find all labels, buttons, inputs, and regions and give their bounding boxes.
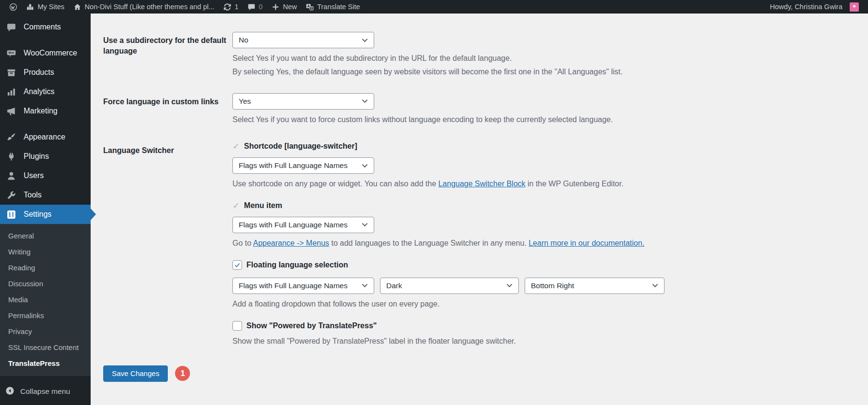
sidebar-item-appearance[interactable]: Appearance bbox=[0, 127, 91, 147]
menu-item-style-value: Flags with Full Language Names bbox=[239, 221, 348, 229]
floating-style-select[interactable]: Flags with Full Language Names bbox=[232, 278, 374, 294]
sidebar-item-analytics[interactable]: Analytics bbox=[0, 82, 91, 101]
submenu-label: Permalinks bbox=[8, 311, 44, 320]
admin-bar: My Sites Non-Divi Stuff (Like other them… bbox=[0, 0, 868, 14]
translatepress-settings-page: Use a subdirectory for the default langu… bbox=[91, 14, 868, 405]
annotation-badge-1: 1 bbox=[175, 366, 190, 381]
translate-site-menu[interactable]: Translate Site bbox=[301, 0, 365, 14]
sidebar-label: Settings bbox=[24, 210, 52, 219]
sidebar-item-woocommerce[interactable]: Woo WooCommerce bbox=[0, 43, 91, 63]
force-language-label: Force language in custom links bbox=[103, 93, 232, 125]
sidebar-label: Products bbox=[24, 68, 54, 77]
floating-color-select[interactable]: Dark bbox=[380, 278, 519, 294]
force-language-select[interactable]: Yes bbox=[232, 93, 374, 110]
subdirectory-select[interactable]: No bbox=[232, 32, 374, 48]
checkbox-check-icon bbox=[234, 262, 241, 268]
desc-text: to add languages to the Language Switche… bbox=[329, 239, 529, 247]
collapse-arrow-icon bbox=[5, 386, 20, 397]
sidebar-label: Tools bbox=[24, 191, 41, 199]
sidebar-item-users[interactable]: Users bbox=[0, 166, 91, 185]
submenu-label: Privacy bbox=[8, 327, 32, 335]
menu-item-title: Menu item bbox=[244, 201, 282, 210]
collapse-menu-button[interactable]: Collapse menu bbox=[0, 382, 91, 401]
shortcode-block: ✓ Shortcode [language-switcher] Flags wi… bbox=[232, 142, 854, 189]
sidebar-label: Comments bbox=[24, 23, 61, 31]
sidebar-item-tools[interactable]: Tools bbox=[0, 185, 91, 205]
site-name-menu[interactable]: Non-Divi Stuff (Like other themes and pl… bbox=[69, 0, 219, 14]
updates-count: 1 bbox=[235, 3, 239, 11]
powered-by-title: Show "Powered by TranslatePress" bbox=[246, 321, 377, 330]
settings-icon bbox=[6, 209, 16, 220]
documentation-link[interactable]: Learn more in our documentation. bbox=[529, 239, 644, 247]
translate-icon bbox=[306, 3, 314, 11]
updates-icon bbox=[223, 3, 231, 11]
submenu-item-permalinks[interactable]: Permalinks bbox=[0, 307, 91, 323]
submenu-label: SSL Insecure Content bbox=[8, 343, 79, 351]
sidebar-item-products[interactable]: Products bbox=[0, 63, 91, 82]
submenu-item-reading[interactable]: Reading bbox=[0, 260, 91, 276]
floating-language-title: Floating language selection bbox=[246, 261, 348, 269]
sidebar-item-settings[interactable]: Settings bbox=[0, 205, 91, 224]
plugins-icon bbox=[6, 151, 16, 162]
woocommerce-icon: Woo bbox=[6, 48, 16, 58]
shortcode-desc: Use shortcode on any page or widget. You… bbox=[232, 179, 854, 189]
comment-bubble-icon bbox=[247, 3, 256, 11]
chevron-down-icon bbox=[362, 283, 368, 288]
floating-language-checkbox[interactable] bbox=[232, 260, 242, 270]
chevron-down-icon bbox=[652, 283, 658, 288]
save-changes-button[interactable]: Save Changes bbox=[103, 365, 168, 382]
check-icon: ✓ bbox=[232, 201, 240, 210]
comments-menu[interactable]: 0 bbox=[243, 0, 267, 14]
chevron-down-icon bbox=[362, 38, 368, 42]
sidebar-label: Analytics bbox=[24, 87, 54, 96]
admin-bar-left: My Sites Non-Divi Stuff (Like other them… bbox=[5, 0, 365, 14]
howdy-menu[interactable]: Howdy, Christina Gwira * bbox=[766, 0, 863, 14]
admin-menu: Comments Woo WooCommerce Products Analyt… bbox=[0, 14, 91, 405]
subdirectory-desc-1: Select Yes if you want to add the subdir… bbox=[232, 53, 854, 64]
my-sites-label: My Sites bbox=[38, 3, 65, 11]
sidebar-label: Users bbox=[24, 171, 44, 180]
new-menu[interactable]: New bbox=[267, 0, 301, 14]
floating-position-select[interactable]: Bottom Right bbox=[525, 278, 665, 294]
products-icon bbox=[6, 67, 16, 78]
wp-logo-menu[interactable] bbox=[5, 0, 22, 14]
appearance-icon bbox=[6, 132, 16, 142]
menu-item-style-select[interactable]: Flags with Full Language Names bbox=[232, 217, 374, 233]
shortcode-style-select[interactable]: Flags with Full Language Names bbox=[232, 157, 374, 174]
floating-desc: Add a floating dropdown that follows the… bbox=[232, 299, 854, 309]
submenu-item-writing[interactable]: Writing bbox=[0, 244, 91, 260]
submenu-item-ssl-insecure-content[interactable]: SSL Insecure Content bbox=[0, 339, 91, 355]
language-switcher-block-link[interactable]: Language Switcher Block bbox=[438, 180, 526, 188]
submenu-item-privacy[interactable]: Privacy bbox=[0, 323, 91, 339]
sidebar-item-comments[interactable]: Comments bbox=[0, 17, 91, 37]
menu-separator bbox=[0, 37, 91, 43]
floating-color-value: Dark bbox=[386, 281, 402, 290]
submenu-item-translatepress[interactable]: TranslatePress bbox=[0, 355, 91, 371]
powered-by-desc: Show the small "Powered by TranslatePres… bbox=[232, 336, 854, 347]
sidebar-label: WooCommerce bbox=[24, 49, 77, 57]
desc-text: Use shortcode on any page or widget. You… bbox=[232, 180, 438, 188]
updates-menu[interactable]: 1 bbox=[219, 0, 243, 14]
submenu-label: General bbox=[8, 232, 34, 240]
subdirectory-label: Use a subdirectory for the default langu… bbox=[103, 32, 232, 78]
new-label: New bbox=[283, 3, 297, 11]
submenu-item-general[interactable]: General bbox=[0, 228, 91, 244]
wordpress-logo-icon bbox=[9, 3, 17, 11]
powered-by-checkbox[interactable] bbox=[232, 321, 242, 331]
submenu-item-discussion[interactable]: Discussion bbox=[0, 276, 91, 292]
home-icon bbox=[73, 3, 81, 11]
sidebar-item-plugins[interactable]: Plugins bbox=[0, 147, 91, 166]
powered-by-block: Show "Powered by TranslatePress" Show th… bbox=[232, 321, 854, 347]
my-sites-menu[interactable]: My Sites bbox=[22, 0, 69, 14]
appearance-menus-link[interactable]: Appearance -> Menus bbox=[253, 239, 329, 247]
desc-text: Go to bbox=[232, 239, 253, 247]
submenu-item-media[interactable]: Media bbox=[0, 292, 91, 307]
menu-separator bbox=[0, 121, 91, 127]
floating-style-value: Flags with Full Language Names bbox=[239, 281, 348, 290]
howdy-label: Howdy, Christina Gwira bbox=[770, 3, 842, 11]
setting-row-force-language: Force language in custom links Yes Selec… bbox=[103, 93, 854, 125]
submenu-label: Reading bbox=[8, 264, 35, 272]
submenu-label: Writing bbox=[8, 248, 30, 256]
sidebar-item-marketing[interactable]: Marketing bbox=[0, 101, 91, 121]
sidebar-label: Marketing bbox=[24, 107, 57, 115]
